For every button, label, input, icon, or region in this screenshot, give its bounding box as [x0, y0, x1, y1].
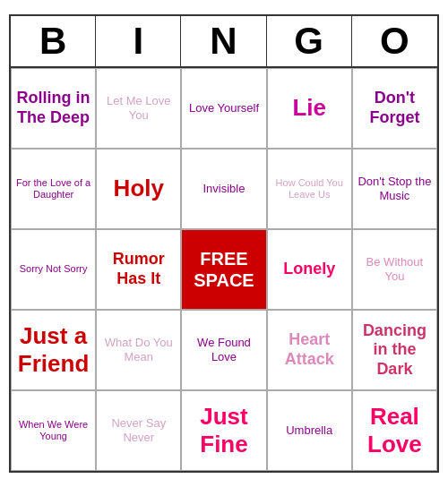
bingo-cell[interactable]: When We Were Young — [11, 390, 96, 471]
bingo-card: BINGO Rolling in The DeepLet Me Love You… — [9, 14, 439, 473]
cell-text: Sorry Not Sorry — [20, 263, 88, 275]
cell-text: How Could You Leave Us — [271, 177, 348, 201]
cell-text: Umbrella — [286, 423, 332, 438]
cell-text: We Found Love — [185, 336, 262, 363]
cell-text: Lonely — [283, 260, 335, 279]
bingo-cell[interactable]: Rolling in The Deep — [11, 68, 96, 149]
cell-text: Real Love — [357, 403, 433, 458]
cell-text: Love Yourself — [189, 101, 259, 115]
bingo-cell[interactable]: Umbrella — [267, 390, 352, 471]
header-letter: N — [181, 16, 266, 66]
cell-text: Let Me Love You — [100, 94, 177, 122]
header-letter: O — [352, 16, 437, 66]
cell-text: Never Say Never — [100, 416, 177, 444]
cell-text: When We Were Young — [15, 419, 91, 442]
bingo-cell[interactable]: Heart Attack — [267, 310, 352, 390]
cell-text: Heart Attack — [271, 330, 348, 369]
cell-text: Rumor Has It — [100, 250, 177, 288]
cell-text: Lie — [292, 94, 326, 122]
bingo-cell[interactable]: What Do You Mean — [96, 310, 181, 390]
bingo-grid: Rolling in The DeepLet Me Love YouLove Y… — [11, 68, 437, 471]
bingo-cell[interactable]: Holy — [96, 149, 181, 229]
bingo-cell[interactable]: Lie — [267, 68, 352, 149]
cell-text: What Do You Mean — [100, 336, 177, 363]
header-letter: I — [96, 16, 181, 66]
bingo-cell[interactable]: Invisible — [181, 149, 266, 229]
header-letter: G — [267, 16, 352, 66]
cell-text: Rolling in The Deep — [15, 89, 91, 127]
bingo-cell[interactable]: Never Say Never — [96, 390, 181, 471]
bingo-cell[interactable]: Real Love — [352, 390, 437, 471]
bingo-cell[interactable]: Just a Friend — [11, 310, 96, 390]
cell-text: Just Fine — [185, 403, 262, 458]
bingo-cell[interactable]: Rumor Has It — [96, 229, 181, 310]
bingo-cell[interactable]: Don't Forget — [352, 68, 437, 149]
cell-text: Just a Friend — [15, 322, 91, 378]
cell-text: Don't Forget — [357, 89, 433, 127]
cell-text: Don't Stop the Music — [357, 175, 433, 202]
bingo-cell[interactable]: Just Fine — [181, 390, 266, 471]
bingo-cell[interactable]: How Could You Leave Us — [267, 149, 352, 229]
bingo-cell[interactable]: FREE SPACE — [181, 229, 266, 310]
header-letter: B — [11, 16, 96, 66]
bingo-cell[interactable]: Let Me Love You — [96, 68, 181, 149]
bingo-cell[interactable]: Love Yourself — [181, 68, 266, 149]
cell-text: Holy — [114, 175, 164, 202]
bingo-header: BINGO — [11, 16, 437, 68]
cell-text: Be Without You — [357, 255, 433, 283]
bingo-cell[interactable]: Be Without You — [352, 229, 437, 310]
bingo-cell[interactable]: Lonely — [267, 229, 352, 310]
bingo-cell[interactable]: We Found Love — [181, 310, 266, 390]
bingo-cell[interactable]: Dancing in the Dark — [352, 310, 437, 390]
bingo-cell[interactable]: Don't Stop the Music — [352, 149, 437, 229]
bingo-cell[interactable]: Sorry Not Sorry — [11, 229, 96, 310]
cell-text: Dancing in the Dark — [357, 321, 433, 380]
bingo-cell[interactable]: For the Love of a Daughter — [11, 149, 96, 229]
cell-text: For the Love of a Daughter — [15, 177, 91, 201]
cell-text: Invisible — [203, 182, 246, 196]
